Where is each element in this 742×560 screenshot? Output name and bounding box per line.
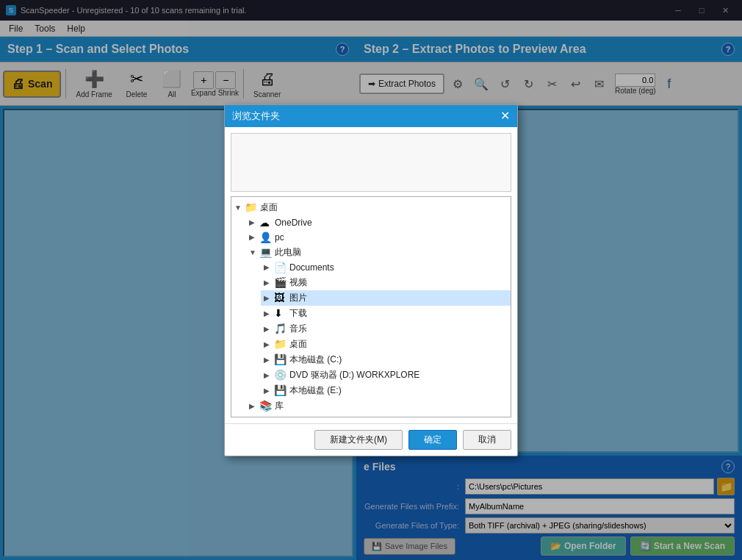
dialog-title-bar: 浏览文件夹 ✕: [225, 105, 517, 127]
tree-arrow-desktop: ▼: [234, 204, 245, 212]
tree-arrow-dvdd: ▶: [264, 371, 274, 379]
tree-children-thispc: ▶ 📄 Documents ▶ 🎬 视频 ▶ 🖼 图片: [246, 260, 511, 398]
tree-label-desktop2: 桌面: [289, 338, 307, 351]
tree-arrow-library: ▶: [249, 402, 259, 410]
tree-label-pc: pc: [275, 232, 284, 243]
new-folder-button[interactable]: 新建文件夹(M): [314, 430, 403, 450]
tree-label-library: 库: [275, 400, 284, 412]
tree-icon-videos: 🎬: [274, 276, 287, 288]
dialog-title-text: 浏览文件夹: [232, 110, 280, 123]
tree-item-dvdd[interactable]: ▶ 💿 DVD 驱动器 (D:) WORKXPLORE: [261, 367, 511, 383]
tree-children-desktop: ▶ ☁ OneDrive ▶ 👤 pc ▼ 💻 此电脑: [231, 215, 511, 414]
tree-label-locale: 本地磁盘 (E:): [289, 384, 342, 397]
tree-icon-localc: 💾: [274, 353, 287, 365]
dialog-footer: 新建文件夹(M) 确定 取消: [225, 423, 517, 456]
tree-icon-downloads: ⬇: [274, 307, 287, 319]
tree-arrow-music: ▶: [264, 325, 274, 333]
dialog-preview-pane: [231, 133, 511, 192]
tree-item-desktop2[interactable]: ▶ 📁 桌面: [261, 337, 511, 352]
tree-icon-documents: 📄: [274, 262, 287, 273]
tree-label-desktop: 桌面: [260, 201, 278, 214]
tree-item-videos[interactable]: ▶ 🎬 视频: [261, 275, 511, 290]
tree-label-downloads: 下载: [289, 307, 307, 320]
tree-arrow-localc: ▶: [264, 356, 274, 364]
folder-tree: ▼ 📁 桌面 ▶ ☁ OneDrive ▶ 👤 pc: [231, 196, 511, 417]
dialog-overlay: 浏览文件夹 ✕ ▼ 📁 桌面 ▶ ☁ OneDrive: [0, 0, 742, 560]
dialog-body: ▼ 📁 桌面 ▶ ☁ OneDrive ▶ 👤 pc: [225, 127, 517, 423]
tree-arrow-locale: ▶: [264, 387, 274, 395]
tree-label-videos: 视频: [289, 276, 307, 289]
tree-icon-desktop2: 📁: [274, 338, 287, 350]
tree-item-pictures[interactable]: ▶ 🖼 图片: [261, 290, 511, 306]
tree-icon-music: 🎵: [274, 323, 287, 334]
tree-label-music: 音乐: [289, 323, 307, 335]
tree-icon-library: 📚: [259, 400, 273, 412]
tree-icon-pc: 👤: [259, 231, 273, 243]
tree-item-desktop[interactable]: ▼ 📁 桌面: [231, 200, 511, 215]
dialog-close-button[interactable]: ✕: [500, 110, 510, 122]
tree-icon-locale: 💾: [274, 384, 287, 396]
tree-arrow-videos: ▶: [264, 279, 274, 287]
ok-button[interactable]: 确定: [408, 430, 457, 450]
tree-icon-onedrive: ☁: [259, 217, 273, 229]
tree-arrow-thispc: ▼: [249, 248, 259, 256]
tree-item-library[interactable]: ▶ 📚 库: [246, 398, 511, 414]
tree-arrow-pc: ▶: [249, 233, 259, 241]
tree-icon-desktop: 📁: [245, 201, 258, 213]
tree-item-music[interactable]: ▶ 🎵 音乐: [261, 321, 511, 337]
tree-label-thispc: 此电脑: [275, 246, 301, 259]
tree-arrow-pictures: ▶: [264, 294, 274, 302]
tree-item-localc[interactable]: ▶ 💾 本地磁盘 (C:): [261, 352, 511, 367]
tree-item-locale[interactable]: ▶ 💾 本地磁盘 (E:): [261, 383, 511, 398]
tree-arrow-desktop2: ▶: [264, 340, 274, 348]
tree-icon-pictures: 🖼: [274, 292, 287, 304]
tree-item-documents[interactable]: ▶ 📄 Documents: [261, 260, 511, 275]
tree-label-localc: 本地磁盘 (C:): [289, 353, 342, 366]
tree-icon-thispc: 💻: [259, 246, 273, 258]
browse-folder-dialog: 浏览文件夹 ✕ ▼ 📁 桌面 ▶ ☁ OneDrive: [224, 104, 518, 456]
tree-label-pictures: 图片: [289, 292, 307, 304]
tree-label-documents: Documents: [289, 262, 334, 273]
tree-arrow-downloads: ▶: [264, 309, 274, 317]
tree-item-onedrive[interactable]: ▶ ☁ OneDrive: [246, 215, 511, 230]
tree-label-dvdd: DVD 驱动器 (D:) WORKXPLORE: [289, 369, 419, 381]
tree-arrow-onedrive: ▶: [249, 218, 259, 226]
tree-label-onedrive: OneDrive: [275, 218, 312, 228]
tree-item-downloads[interactable]: ▶ ⬇ 下载: [261, 306, 511, 321]
tree-icon-dvdd: 💿: [274, 369, 287, 381]
cancel-button[interactable]: 取消: [463, 430, 511, 450]
tree-arrow-documents: ▶: [264, 263, 274, 271]
tree-item-pc[interactable]: ▶ 👤 pc: [246, 230, 511, 245]
tree-item-thispc[interactable]: ▼ 💻 此电脑: [246, 245, 511, 260]
